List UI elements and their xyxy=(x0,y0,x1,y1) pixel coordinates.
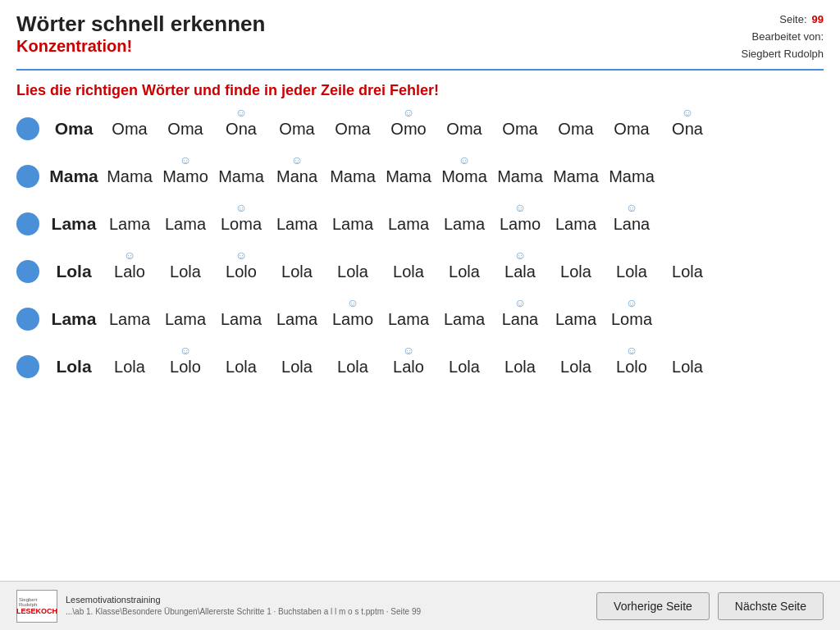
word-cell-3: Lama xyxy=(269,215,325,234)
word-cell-4: Mama xyxy=(325,167,381,186)
word-text: Mama xyxy=(218,167,264,186)
word-cell-0: Mama xyxy=(102,167,158,186)
word-text: Lola xyxy=(672,262,703,281)
word-text: Lola xyxy=(337,262,368,281)
word-cell-7: ☺Lamo xyxy=(492,215,548,234)
word-cell-10: ☺Ona xyxy=(660,120,715,139)
word-row-row-lama2: LamaLamaLamaLamaLama☺LamoLamaLama☺LanaLa… xyxy=(16,298,824,340)
word-text: Oma xyxy=(112,120,147,139)
word-cell-4: ☺Lamo xyxy=(325,310,381,329)
word-cell-2: Lama xyxy=(213,310,269,329)
smiley-icon: ☺ xyxy=(180,154,191,166)
word-cell-5: ☺Omo xyxy=(381,120,436,139)
footer-logo: Siegbert Rudolph LESEKOCH xyxy=(16,590,57,623)
footer-path: ...\ab 1. Klasse\Besondere Übungen\Aller… xyxy=(66,606,421,618)
word-text: Mana xyxy=(276,167,317,186)
bold-word-cell: Lola xyxy=(46,357,102,377)
bold-word: Lama xyxy=(52,309,97,329)
bold-word: Lola xyxy=(56,262,91,281)
word-text: Lola xyxy=(449,358,480,377)
word-cell-4: Lama xyxy=(325,215,381,234)
footer: Siegbert Rudolph LESEKOCH Lesemotivation… xyxy=(0,581,840,630)
word-cell-9: Lola xyxy=(604,262,660,281)
word-cell-8: Lola xyxy=(548,358,604,377)
word-text: Lama xyxy=(109,215,150,234)
word-text: Lola xyxy=(616,262,647,281)
word-cell-10: Lola xyxy=(660,358,715,377)
bold-word: Mama xyxy=(49,167,98,186)
word-cell-7: Mama xyxy=(492,167,548,186)
word-text: Lola xyxy=(560,262,591,281)
row-bullet xyxy=(16,165,39,188)
word-cell-7: Oma xyxy=(492,120,548,139)
smiley-icon: ☺ xyxy=(403,345,414,356)
word-cell-1: ☺Mamo xyxy=(158,167,213,186)
word-text: Omo xyxy=(390,120,426,139)
word-cell-6: ☺Moma xyxy=(436,167,492,186)
word-cell-8: Oma xyxy=(548,120,604,139)
smiley-icon: ☺ xyxy=(626,202,637,213)
smiley-icon: ☺ xyxy=(347,297,358,308)
word-text: Lalo xyxy=(114,262,145,281)
row-bullet xyxy=(16,260,39,283)
word-cell-1: Lama xyxy=(158,310,213,329)
word-cell-2: ☺Lolo xyxy=(213,262,269,281)
word-text: Lamo xyxy=(500,215,541,234)
word-row-row-lola2: LolaLola☺LoloLolaLolaLola☺LaloLolaLolaLo… xyxy=(16,345,824,388)
word-text: Oma xyxy=(335,120,370,139)
smiley-icon: ☺ xyxy=(291,154,303,166)
word-text: Oma xyxy=(446,120,482,139)
logo-main-text: LESEKOCH xyxy=(16,607,57,615)
word-text: Lama xyxy=(388,215,429,234)
word-text: Lama xyxy=(444,310,485,329)
word-cell-5: Mama xyxy=(381,167,436,186)
word-text: Mama xyxy=(386,167,431,186)
word-cell-1: ☺Lolo xyxy=(158,358,213,377)
word-cell-4: Lola xyxy=(325,358,381,377)
bold-word-cell: Lola xyxy=(46,262,102,281)
word-text: Lolo xyxy=(226,262,257,281)
word-cell-9: Oma xyxy=(604,120,660,139)
word-cell-3: ☺Mana xyxy=(269,167,325,186)
word-text: Lana xyxy=(614,215,651,234)
smiley-icon: ☺ xyxy=(235,107,247,118)
word-row-row-lola1: Lola☺LaloLola☺LoloLolaLolaLolaLola☺LalaL… xyxy=(16,250,824,293)
word-cell-0: Lama xyxy=(102,215,158,234)
bearbeitet-label: Bearbeitet von: xyxy=(742,29,824,46)
smiley-icon: ☺ xyxy=(235,249,247,261)
word-text: Mama xyxy=(330,167,376,186)
word-cell-0: Lola xyxy=(102,358,158,377)
word-text: Lola xyxy=(170,262,201,281)
word-text: Lola xyxy=(226,358,257,377)
word-cell-2: Mama xyxy=(213,167,269,186)
next-button[interactable]: Nächste Seite xyxy=(718,592,824,620)
word-text: Lana xyxy=(502,310,539,329)
row-bullet xyxy=(16,355,39,378)
word-text: Lama xyxy=(165,310,206,329)
smiley-icon: ☺ xyxy=(626,297,637,308)
word-text: Lalo xyxy=(393,358,424,377)
word-cell-7: ☺Lala xyxy=(492,262,548,281)
word-cell-3: Lola xyxy=(269,262,325,281)
row-bullet xyxy=(16,117,39,140)
instruction-text: Lies die richtigen Wörter und finde in j… xyxy=(0,71,840,104)
word-cell-8: Lola xyxy=(548,262,604,281)
word-cell-8: Lama xyxy=(548,310,604,329)
word-cell-9: Mama xyxy=(604,167,660,186)
word-cell-0: Oma xyxy=(102,120,158,139)
word-cell-6: Oma xyxy=(436,120,492,139)
word-cell-5: ☺Lalo xyxy=(381,358,436,377)
word-text: Lolo xyxy=(170,358,201,377)
word-text: Lolo xyxy=(616,358,647,377)
page-title: Wörter schnell erkennen xyxy=(16,11,265,37)
word-cell-5: Lola xyxy=(381,262,436,281)
word-cell-5: Lama xyxy=(381,215,436,234)
bold-word-cell: Lama xyxy=(46,309,102,329)
prev-button[interactable]: Vorherige Seite xyxy=(596,592,710,620)
word-text: Lola xyxy=(672,358,703,377)
word-cell-10: Lola xyxy=(660,262,715,281)
word-text: Oma xyxy=(502,120,537,139)
word-cell-7: Lola xyxy=(492,358,548,377)
word-cell-3: Oma xyxy=(269,120,325,139)
word-text: Lama xyxy=(555,310,596,329)
